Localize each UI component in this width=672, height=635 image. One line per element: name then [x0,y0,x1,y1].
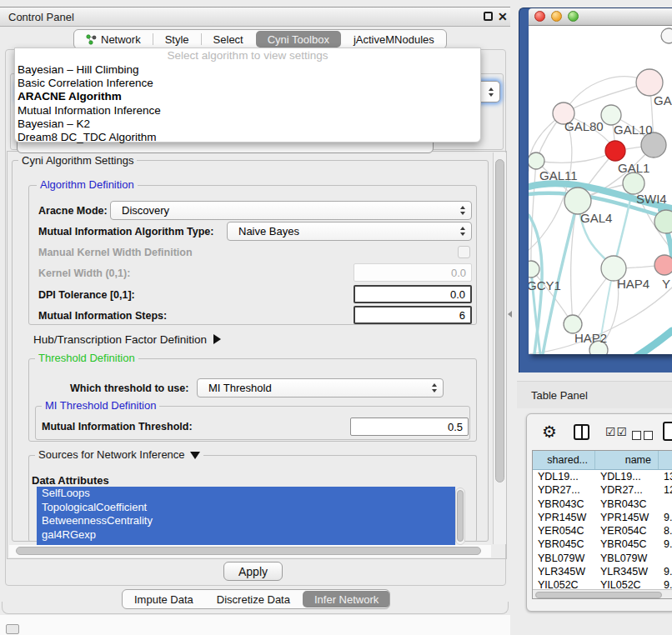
column-header-shared[interactable]: shared... [533,451,595,469]
settings-vscrollbar-thumb[interactable] [495,159,504,482]
settings-hscrollbar-thumb[interactable] [16,547,481,555]
table-cell[interactable]: YER054C [533,524,595,538]
split-divider-arrow[interactable] [508,311,512,318]
table-row[interactable]: YPR145WYPR145W9. [533,511,672,524]
manual-kernel-checkbox[interactable] [458,246,470,258]
tab-cyni-toolbox[interactable]: Cyni Toolbox [256,31,341,48]
table-row[interactable]: YER054CYER054C8. [533,524,672,538]
table-hscrollbar-thumb[interactable] [535,592,662,598]
top-tabbar: Network Style Select Cyni Toolbox jActiv… [73,29,447,49]
table-cell[interactable]: 13 [659,470,672,483]
table-row[interactable]: YBR043CYBR043C [533,498,672,511]
table-cell[interactable]: YBR043C [533,498,595,511]
tab-impute-data[interactable]: Impute Data [123,590,205,608]
zoom-traffic-light[interactable] [568,11,579,22]
attribute-item[interactable]: TopologicalCoefficient [37,501,455,515]
tab-network[interactable]: Network [74,30,153,48]
table-cell[interactable]: YPR145W [533,511,595,524]
network-window-titlebar[interactable] [529,8,672,26]
which-threshold-combo[interactable]: MI Threshold [197,378,444,398]
threshold-definition-title: Threshold Definition [35,352,138,363]
new-table-icon[interactable] [663,422,672,441]
column-header-third[interactable] [659,451,672,469]
table-cell[interactable]: 8. [659,524,672,538]
tab-select[interactable]: Select [202,30,255,48]
aracne-mode-combo[interactable]: Discovery [110,201,472,220]
attribute-item[interactable]: BetweennessCentrality [37,514,455,528]
table-cell[interactable]: YBL079W [595,552,659,565]
control-panel-title: Control Panel [0,8,510,28]
table-cell[interactable]: YDL19... [595,470,659,483]
table-cell[interactable]: YER054C [595,524,659,538]
algorithm-option[interactable]: Bayesian – Hill Climbing [15,63,480,77]
deselect-all-icon[interactable] [632,428,655,443]
table-cell[interactable]: YDL19... [533,470,595,483]
algorithm-option[interactable]: Bayesian – K2 [15,118,480,131]
sources-group-title[interactable]: Sources for Network Inference [35,449,203,460]
table-cell[interactable] [659,498,672,511]
mi-algorithm-type-combo[interactable]: Naive Bayes [227,222,472,241]
table-cell[interactable]: YBR043C [595,498,659,511]
algorithm-option[interactable]: Basic Correlation Inference [15,77,480,90]
network-node[interactable] [654,210,672,233]
hub-section-toggle[interactable]: Hub/Transcription Factor Definition [33,333,221,346]
table-cell[interactable]: YBL079W [533,552,595,565]
table-cell[interactable] [659,552,672,565]
attribute-item[interactable]: SelfLoops [37,487,455,501]
close-traffic-light[interactable] [534,11,545,22]
network-node[interactable] [529,152,544,169]
network-canvas[interactable]: GAL7GAL80GAL10GAL1GAL11SWI4GAL4GCY1HAP4Y… [529,26,672,354]
network-node[interactable] [661,28,672,43]
algorithm-option[interactable]: Mutual Information Inference [15,104,480,118]
apply-button[interactable]: Apply [223,562,283,581]
split-columns-icon[interactable] [574,424,589,440]
mi-threshold-label: Mutual Information Threshold: [42,421,193,432]
control-panel-titlebar[interactable]: Control Panel [0,7,510,27]
table-cell[interactable]: YBR045C [533,538,595,551]
table-cell[interactable]: 9. [659,511,672,524]
table-row[interactable]: YBL079WYBL079W [533,552,672,565]
table-cell[interactable]: 9. [659,538,672,551]
table-hscrollbar[interactable] [533,589,672,599]
tab-style[interactable]: Style [153,30,201,48]
select-all-checks-icon[interactable]: ☑☑ [605,425,628,438]
table-row[interactable]: YDL19...YDL19...13 [533,470,672,483]
table-row[interactable]: YDR27...YDR27...12 [533,483,672,497]
tab-discretize-data[interactable]: Discretize Data [205,590,302,608]
table-cell[interactable]: 9. [659,565,672,578]
tab-infer-network[interactable]: Infer Network [303,591,390,608]
dpi-tolerance-input[interactable] [354,285,472,303]
network-node[interactable] [529,261,539,278]
table-cell[interactable]: YPR145W [595,511,659,524]
attribute-item[interactable]: gal4RGexp [37,528,455,542]
collapsed-panel-icon[interactable] [6,624,19,634]
algorithm-option[interactable]: ARACNE Algorithm [15,90,480,103]
network-node[interactable] [654,255,672,275]
tab-jactivemnodules[interactable]: jActiveMNodules [342,30,446,48]
table-cell[interactable]: 12 [659,483,672,497]
table-cell[interactable]: YBR045C [595,538,659,551]
table-cell[interactable]: YDR27... [533,483,595,497]
attr-list-scrollbar[interactable] [455,488,465,545]
network-node[interactable] [636,69,663,96]
algorithm-option[interactable]: Dream8 DC_TDC Algorithm [15,131,480,144]
settings-vscrollbar[interactable] [493,152,506,544]
mi-threshold-input[interactable] [350,418,469,436]
mi-steps-input[interactable] [354,306,472,324]
column-header-name[interactable]: name [595,451,659,469]
settings-hscrollbar[interactable] [9,545,491,558]
minimize-traffic-light[interactable] [551,11,562,22]
table-cell[interactable]: YLR345W [595,565,659,578]
kernel-width-input[interactable] [354,263,472,282]
table-row[interactable]: YLR345WYLR345W9. [533,565,672,578]
network-node[interactable] [605,141,625,161]
attr-list-scrollbar-thumb[interactable] [457,490,464,542]
table-panel-header[interactable]: Table Panel [517,381,672,408]
table-cell[interactable]: YDR27... [595,483,659,497]
close-icon[interactable]: ✕ [498,11,508,22]
node-label: GAL1 [618,161,649,175]
gear-icon[interactable]: ⚙ [542,423,557,440]
table-row[interactable]: YBR045CYBR045C9. [533,538,672,551]
table-cell[interactable]: YLR345W [533,565,595,578]
float-window-icon[interactable] [484,12,493,21]
